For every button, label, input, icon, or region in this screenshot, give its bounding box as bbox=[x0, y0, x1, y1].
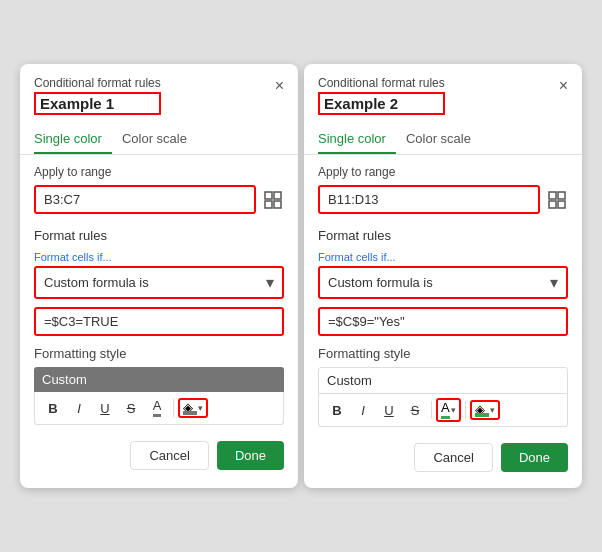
panel2-cancel-button[interactable]: Cancel bbox=[414, 443, 492, 472]
panel2-body: Apply to range Format rules Format cells… bbox=[304, 155, 582, 488]
panel2-grid-icon[interactable] bbox=[546, 189, 568, 211]
panel1-tab-color-scale[interactable]: Color scale bbox=[122, 125, 197, 154]
panel2-range-input[interactable] bbox=[318, 185, 540, 214]
panel1-format-toolbar: B I U S A ◈ ▾ bbox=[34, 392, 284, 425]
svg-rect-6 bbox=[549, 201, 556, 208]
panel1-dropdown-arrow: ▾ bbox=[266, 273, 274, 292]
panel2-text-color-label: A bbox=[441, 401, 450, 418]
panel2-format-toolbar: B I U S A ▾ ◈ ▾ bbox=[318, 394, 568, 427]
panel2-title-group: Conditional format rules Example 2 bbox=[318, 76, 445, 115]
svg-rect-2 bbox=[265, 201, 272, 208]
panel1-toolbar-sep bbox=[173, 399, 174, 417]
panel2-btn-row: Cancel Done bbox=[318, 439, 568, 478]
panel2-format-cells-label: Format cells if... bbox=[318, 251, 568, 263]
panel1-tabs: Single color Color scale bbox=[20, 125, 298, 155]
svg-rect-3 bbox=[274, 201, 281, 208]
panel2-fill-color-arrow: ▾ bbox=[490, 405, 495, 415]
panel1-range-label: Apply to range bbox=[34, 165, 284, 179]
panel-example2: Conditional format rules Example 2 × Sin… bbox=[304, 64, 582, 488]
panel1-range-row bbox=[34, 185, 284, 214]
panel2-dropdown[interactable]: Custom formula is ▾ bbox=[318, 266, 568, 299]
panel-example1: Conditional format rules Example 1 × Sin… bbox=[20, 64, 298, 488]
panel1-btn-row: Cancel Done bbox=[34, 437, 284, 476]
panel2-formatting-style-label: Formatting style bbox=[318, 346, 568, 361]
svg-rect-5 bbox=[558, 192, 565, 199]
panel2-strikethrough-button[interactable]: S bbox=[403, 398, 427, 422]
panel2-tab-color-scale[interactable]: Color scale bbox=[406, 125, 481, 154]
panel2-done-button[interactable]: Done bbox=[501, 443, 568, 472]
panel2-underline-button[interactable]: U bbox=[377, 398, 401, 422]
panel1-fill-color-button[interactable]: ◈ ▾ bbox=[178, 398, 208, 418]
svg-rect-1 bbox=[274, 192, 281, 199]
panel1-body: Apply to range Format rules Format cells… bbox=[20, 155, 298, 486]
panel2-formula-input[interactable] bbox=[318, 307, 568, 336]
svg-rect-4 bbox=[549, 192, 556, 199]
panel2-custom-style-bar: Custom bbox=[318, 367, 568, 394]
panel1-format-cells-label: Format cells if... bbox=[34, 251, 284, 263]
panel1-text-color-label: A bbox=[153, 399, 162, 416]
panel1-formula-input[interactable] bbox=[34, 307, 284, 336]
panel1-dropdown-text: Custom formula is bbox=[44, 275, 149, 290]
panel2-title: Conditional format rules bbox=[318, 76, 445, 90]
panel2-header: Conditional format rules Example 2 × bbox=[304, 64, 582, 119]
panel1-title: Conditional format rules bbox=[34, 76, 161, 90]
panel2-text-color-button[interactable]: A ▾ bbox=[436, 398, 461, 421]
panel2-toolbar-sep1 bbox=[431, 401, 432, 419]
panel2-tabs: Single color Color scale bbox=[304, 125, 582, 155]
panel2-tab-single-color[interactable]: Single color bbox=[318, 125, 396, 154]
panel1-close-button[interactable]: × bbox=[275, 78, 284, 94]
panel2-dropdown-text: Custom formula is bbox=[328, 275, 433, 290]
panel1-italic-button[interactable]: I bbox=[67, 396, 91, 420]
panel2-toolbar-sep2 bbox=[465, 401, 466, 419]
panel1-strikethrough-button[interactable]: S bbox=[119, 396, 143, 420]
panel1-title-group: Conditional format rules Example 1 bbox=[34, 76, 161, 115]
panel1-fill-color-arrow: ▾ bbox=[198, 403, 203, 413]
panel1-dropdown[interactable]: Custom formula is ▾ bbox=[34, 266, 284, 299]
panel1-fill-color-bar bbox=[183, 411, 197, 415]
panel2-text-color-arrow: ▾ bbox=[451, 405, 456, 415]
panel1-cancel-button[interactable]: Cancel bbox=[130, 441, 208, 470]
panel2-dropdown-arrow: ▾ bbox=[550, 273, 558, 292]
panel1-custom-style-bar: Custom bbox=[34, 367, 284, 392]
panel1-bold-button[interactable]: B bbox=[41, 396, 65, 420]
panel2-range-label: Apply to range bbox=[318, 165, 568, 179]
panel2-fill-color-bar bbox=[475, 413, 489, 417]
panel2-range-row bbox=[318, 185, 568, 214]
panel2-fill-color-button[interactable]: ◈ ▾ bbox=[470, 400, 500, 420]
panel1-formatting-style-label: Formatting style bbox=[34, 346, 284, 361]
panel1-text-color-button[interactable]: A bbox=[145, 396, 169, 420]
panel1-example: Example 1 bbox=[34, 92, 161, 115]
panel2-italic-button[interactable]: I bbox=[351, 398, 375, 422]
panel2-example: Example 2 bbox=[318, 92, 445, 115]
panel2-fill-color-indicator: ◈ bbox=[475, 403, 489, 417]
panel1-range-input[interactable] bbox=[34, 185, 256, 214]
panel2-format-rules-label: Format rules bbox=[318, 228, 568, 243]
panel1-fill-color-indicator: ◈ bbox=[183, 401, 197, 415]
panel1-format-rules-label: Format rules bbox=[34, 228, 284, 243]
panel1-header: Conditional format rules Example 1 × bbox=[20, 64, 298, 119]
svg-rect-0 bbox=[265, 192, 272, 199]
panel1-grid-icon[interactable] bbox=[262, 189, 284, 211]
panel2-bold-button[interactable]: B bbox=[325, 398, 349, 422]
svg-rect-7 bbox=[558, 201, 565, 208]
panel1-underline-button[interactable]: U bbox=[93, 396, 117, 420]
panel2-close-button[interactable]: × bbox=[559, 78, 568, 94]
panel1-done-button[interactable]: Done bbox=[217, 441, 284, 470]
panel1-tab-single-color[interactable]: Single color bbox=[34, 125, 112, 154]
